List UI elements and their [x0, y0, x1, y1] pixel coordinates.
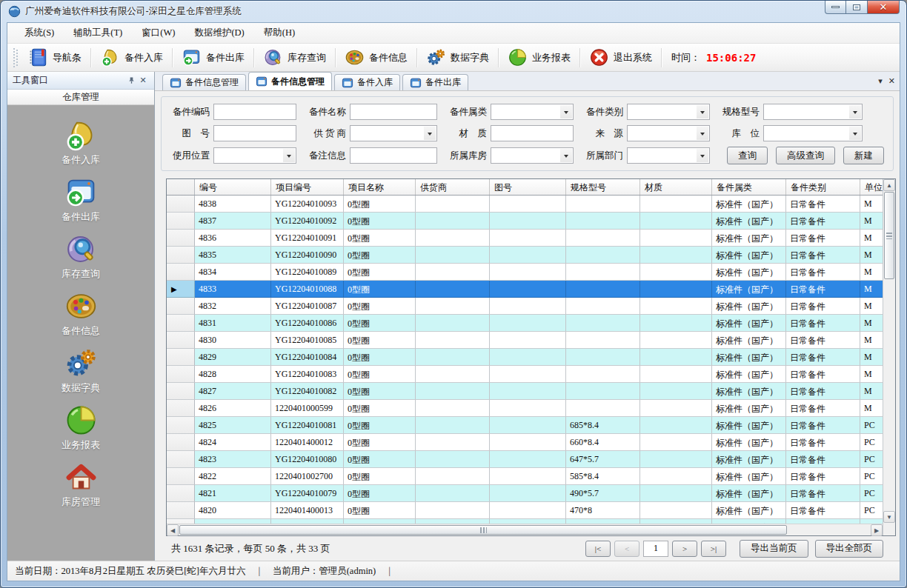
advanced-query-button[interactable]: 高级查询 [776, 147, 835, 164]
table-row[interactable]: 4823YG122040100800型圈647*5.7标准件（国产）日常备件PC [167, 451, 883, 468]
row-selector[interactable] [167, 332, 195, 349]
scroll-down-icon[interactable]: ▼ [883, 511, 895, 523]
next-page-button[interactable]: > [672, 541, 697, 557]
sidebar-item-parts-outbound[interactable]: 备件出库 [36, 173, 125, 226]
table-row[interactable]: 4828YG122040100830型圈标准件（国产）日常备件M [167, 366, 883, 383]
row-selector[interactable] [167, 502, 195, 519]
column-header-project_no[interactable]: 项目编号 [271, 179, 344, 195]
row-selector[interactable]: ▶ [167, 281, 195, 298]
column-header-drawing_no[interactable]: 图号 [490, 179, 566, 195]
part-category-combo[interactable] [491, 104, 574, 120]
first-page-button[interactable]: |< [585, 541, 611, 557]
toolbar-parts-inbound-button[interactable]: 备件入库 [93, 46, 170, 69]
column-header-type[interactable]: 备件类别 [786, 179, 860, 195]
toolbar-parts-info-button[interactable]: 备件信息 [338, 46, 414, 69]
drawing-no-input[interactable] [213, 125, 296, 141]
row-selector[interactable] [167, 383, 195, 400]
tab-2[interactable]: 备件入库 [334, 74, 400, 90]
horizontal-scrollbar[interactable]: ◀ ▶ [167, 524, 883, 535]
menu-aux-tools[interactable]: 辅助工具(T) [64, 24, 132, 42]
scroll-right-icon[interactable]: ▶ [871, 524, 883, 536]
table-row[interactable]: 4825YG122040100810型圈685*8.4标准件（国产）日常备件PC [167, 417, 883, 434]
close-button[interactable]: ✕ [868, 1, 900, 14]
row-selector[interactable] [167, 230, 195, 247]
sidebar-item-data-dictionary[interactable]: 数据字典 [36, 344, 125, 397]
tab-1-active[interactable]: 备件信息管理 [248, 72, 332, 90]
sidebar-close-icon[interactable]: ✕ [137, 75, 149, 86]
material-input[interactable] [491, 125, 574, 141]
table-row[interactable]: 482412204014000120型圈660*8.4标准件（国产）日常备件PC [167, 434, 883, 451]
sidebar-group-title[interactable]: 仓库管理 [7, 90, 154, 105]
row-selector[interactable] [167, 213, 195, 230]
column-header-spec[interactable]: 规格型号 [566, 179, 640, 195]
part-code-input[interactable] [213, 104, 296, 120]
toolbar-business-reports-button[interactable]: 业务报表 [501, 46, 577, 69]
sidebar-item-parts-info[interactable]: 备件信息 [36, 287, 125, 340]
export-all-pages-button[interactable]: 导出全部页 [815, 540, 884, 558]
minimize-button[interactable] [825, 1, 846, 14]
toolbar-nav-bar-button[interactable]: 导航条 [21, 46, 88, 69]
new-button[interactable]: 新建 [843, 147, 884, 164]
query-button[interactable]: 查询 [727, 147, 768, 164]
warehouse-combo[interactable] [491, 147, 574, 164]
table-row[interactable]: 4829YG122040100840型圈标准件（国产）日常备件M [167, 349, 883, 366]
toolbar-exit-system-button[interactable]: 退出系统 [582, 46, 659, 69]
scroll-up-icon[interactable]: ▲ [883, 179, 895, 191]
row-selector[interactable] [167, 264, 195, 281]
column-header-material[interactable]: 材质 [640, 179, 712, 195]
table-row[interactable]: 4830YG122040100850型圈标准件（国产）日常备件M [167, 332, 883, 349]
last-page-button[interactable]: >| [701, 541, 726, 557]
row-selector[interactable] [167, 485, 195, 502]
table-row[interactable]: 4835YG122040100900型圈标准件（国产）日常备件M [167, 247, 883, 264]
tab-close-icon[interactable]: ✕ [888, 76, 895, 86]
tab-3[interactable]: 备件出库 [402, 74, 468, 90]
remark-input[interactable] [350, 147, 437, 164]
export-current-page-button[interactable]: 导出当前页 [740, 540, 808, 558]
table-row[interactable]: 4837YG122040100920型圈标准件（国产）日常备件M [167, 213, 883, 230]
vscroll-track[interactable] [883, 191, 895, 511]
column-header-supplier[interactable]: 供货商 [416, 179, 490, 195]
toolbar-data-dictionary-button[interactable]: 数据字典 [419, 46, 496, 69]
row-selector[interactable] [167, 349, 195, 366]
vscroll-thumb[interactable] [884, 192, 894, 279]
table-row[interactable]: 482212204010027000型圈585*8.4标准件（国产）日常备件PC [167, 468, 883, 485]
row-selector[interactable] [167, 451, 195, 468]
row-selector[interactable] [167, 434, 195, 451]
table-row[interactable]: 4838YG122040100930型圈标准件（国产）日常备件M [167, 196, 883, 213]
toolbar-grip-icon[interactable] [13, 48, 19, 67]
source-combo[interactable] [627, 125, 710, 141]
table-row[interactable]: 482612204010005990型圈标准件（国产）日常备件M [167, 400, 883, 417]
row-selector[interactable] [167, 366, 195, 383]
row-selector[interactable] [167, 417, 195, 434]
chevron-down-icon[interactable]: ▾ [878, 76, 883, 86]
table-row[interactable]: 4836YG122040100910型圈标准件（国产）日常备件M [167, 230, 883, 247]
table-row-selected[interactable]: ▶4833YG122040100880型圈标准件（国产）日常备件M [167, 281, 883, 298]
prev-page-button[interactable]: < [614, 541, 639, 557]
usage-position-combo[interactable] [213, 147, 296, 164]
column-header-category[interactable]: 备件属类 [712, 179, 786, 195]
department-combo[interactable] [627, 147, 710, 164]
menu-help[interactable]: 帮助(H) [254, 24, 305, 42]
part-name-input[interactable] [350, 104, 437, 120]
hscroll-track[interactable] [179, 524, 871, 535]
menu-system[interactable]: 系统(S) [15, 24, 64, 42]
table-row[interactable]: 4827YG122040100820型圈标准件（国产）日常备件M [167, 383, 883, 400]
table-row[interactable]: 4834YG122040100890型圈标准件（国产）日常备件M [167, 264, 883, 281]
sidebar-item-parts-inbound[interactable]: 备件入库 [36, 116, 125, 169]
row-selector[interactable] [167, 315, 195, 332]
part-type-combo[interactable] [627, 104, 710, 120]
pin-icon[interactable] [125, 75, 137, 86]
sidebar-item-warehouse-management[interactable]: 库房管理 [36, 458, 125, 511]
row-selector[interactable] [167, 400, 195, 417]
toolbar-parts-outbound-button[interactable]: 备件出库 [175, 46, 251, 69]
row-selector[interactable] [167, 468, 195, 485]
column-header-project_name[interactable]: 项目名称 [344, 179, 416, 195]
column-header-unit[interactable]: 单位 [860, 179, 883, 195]
maximize-button[interactable] [846, 1, 868, 14]
sidebar-item-business-reports[interactable]: 业务报表 [36, 401, 125, 454]
sidebar-item-inventory-query[interactable]: 库存查询 [36, 230, 125, 283]
table-row[interactable]: 482012204014000130型圈470*8标准件（国产）日常备件PC [167, 502, 883, 519]
tab-0[interactable]: 备件信息管理 [162, 74, 246, 90]
vertical-scrollbar[interactable]: ▲ ▼ [883, 179, 895, 535]
column-header-id[interactable]: 编号 [195, 179, 271, 195]
